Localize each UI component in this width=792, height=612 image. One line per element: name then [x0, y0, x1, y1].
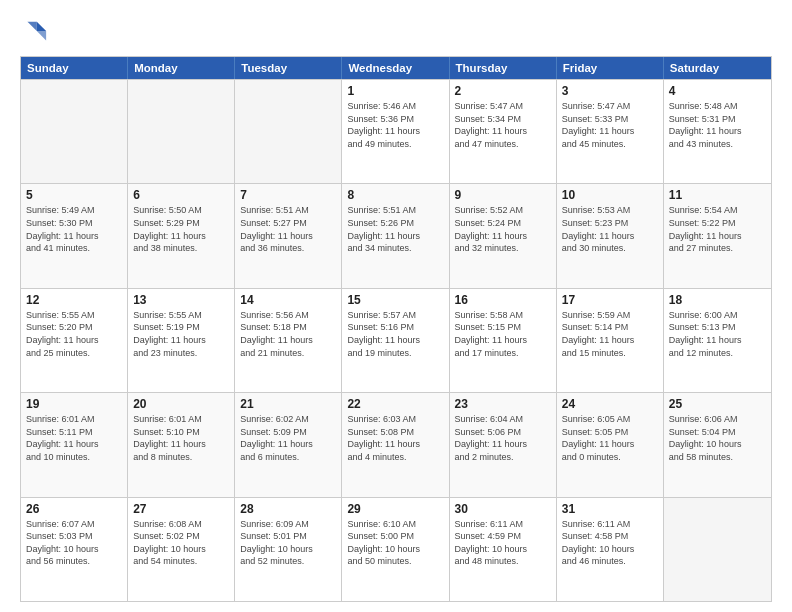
day-number: 27 [133, 502, 229, 516]
day-cell-6: 6Sunrise: 5:50 AM Sunset: 5:29 PM Daylig… [128, 184, 235, 287]
day-number: 15 [347, 293, 443, 307]
day-info: Sunrise: 6:10 AM Sunset: 5:00 PM Dayligh… [347, 518, 443, 568]
day-cell-5: 5Sunrise: 5:49 AM Sunset: 5:30 PM Daylig… [21, 184, 128, 287]
day-info: Sunrise: 5:55 AM Sunset: 5:19 PM Dayligh… [133, 309, 229, 359]
day-cell-30: 30Sunrise: 6:11 AM Sunset: 4:59 PM Dayli… [450, 498, 557, 601]
day-number: 18 [669, 293, 766, 307]
day-info: Sunrise: 5:59 AM Sunset: 5:14 PM Dayligh… [562, 309, 658, 359]
day-info: Sunrise: 6:03 AM Sunset: 5:08 PM Dayligh… [347, 413, 443, 463]
day-info: Sunrise: 6:09 AM Sunset: 5:01 PM Dayligh… [240, 518, 336, 568]
day-number: 16 [455, 293, 551, 307]
day-cell-1: 1Sunrise: 5:46 AM Sunset: 5:36 PM Daylig… [342, 80, 449, 183]
day-number: 6 [133, 188, 229, 202]
day-info: Sunrise: 6:00 AM Sunset: 5:13 PM Dayligh… [669, 309, 766, 359]
header-cell-tuesday: Tuesday [235, 57, 342, 79]
empty-cell [128, 80, 235, 183]
header [20, 18, 772, 46]
day-info: Sunrise: 6:07 AM Sunset: 5:03 PM Dayligh… [26, 518, 122, 568]
day-info: Sunrise: 5:51 AM Sunset: 5:26 PM Dayligh… [347, 204, 443, 254]
day-info: Sunrise: 5:47 AM Sunset: 5:33 PM Dayligh… [562, 100, 658, 150]
day-number: 13 [133, 293, 229, 307]
day-cell-25: 25Sunrise: 6:06 AM Sunset: 5:04 PM Dayli… [664, 393, 771, 496]
calendar-row-5: 26Sunrise: 6:07 AM Sunset: 5:03 PM Dayli… [21, 497, 771, 601]
day-info: Sunrise: 5:49 AM Sunset: 5:30 PM Dayligh… [26, 204, 122, 254]
day-cell-14: 14Sunrise: 5:56 AM Sunset: 5:18 PM Dayli… [235, 289, 342, 392]
day-cell-15: 15Sunrise: 5:57 AM Sunset: 5:16 PM Dayli… [342, 289, 449, 392]
day-number: 2 [455, 84, 551, 98]
day-number: 1 [347, 84, 443, 98]
day-number: 31 [562, 502, 658, 516]
header-cell-sunday: Sunday [21, 57, 128, 79]
day-number: 9 [455, 188, 551, 202]
day-info: Sunrise: 5:50 AM Sunset: 5:29 PM Dayligh… [133, 204, 229, 254]
day-cell-29: 29Sunrise: 6:10 AM Sunset: 5:00 PM Dayli… [342, 498, 449, 601]
calendar-header: SundayMondayTuesdayWednesdayThursdayFrid… [21, 57, 771, 79]
day-cell-22: 22Sunrise: 6:03 AM Sunset: 5:08 PM Dayli… [342, 393, 449, 496]
day-cell-28: 28Sunrise: 6:09 AM Sunset: 5:01 PM Dayli… [235, 498, 342, 601]
day-number: 20 [133, 397, 229, 411]
day-cell-3: 3Sunrise: 5:47 AM Sunset: 5:33 PM Daylig… [557, 80, 664, 183]
day-number: 21 [240, 397, 336, 411]
calendar-row-3: 12Sunrise: 5:55 AM Sunset: 5:20 PM Dayli… [21, 288, 771, 392]
day-info: Sunrise: 6:05 AM Sunset: 5:05 PM Dayligh… [562, 413, 658, 463]
day-number: 30 [455, 502, 551, 516]
day-info: Sunrise: 6:06 AM Sunset: 5:04 PM Dayligh… [669, 413, 766, 463]
day-info: Sunrise: 6:04 AM Sunset: 5:06 PM Dayligh… [455, 413, 551, 463]
calendar-row-4: 19Sunrise: 6:01 AM Sunset: 5:11 PM Dayli… [21, 392, 771, 496]
header-cell-thursday: Thursday [450, 57, 557, 79]
day-info: Sunrise: 6:08 AM Sunset: 5:02 PM Dayligh… [133, 518, 229, 568]
day-cell-10: 10Sunrise: 5:53 AM Sunset: 5:23 PM Dayli… [557, 184, 664, 287]
day-info: Sunrise: 6:01 AM Sunset: 5:11 PM Dayligh… [26, 413, 122, 463]
svg-marker-1 [37, 31, 46, 40]
calendar-row-1: 1Sunrise: 5:46 AM Sunset: 5:36 PM Daylig… [21, 79, 771, 183]
day-info: Sunrise: 6:11 AM Sunset: 4:58 PM Dayligh… [562, 518, 658, 568]
day-info: Sunrise: 5:54 AM Sunset: 5:22 PM Dayligh… [669, 204, 766, 254]
day-number: 26 [26, 502, 122, 516]
day-cell-20: 20Sunrise: 6:01 AM Sunset: 5:10 PM Dayli… [128, 393, 235, 496]
day-cell-4: 4Sunrise: 5:48 AM Sunset: 5:31 PM Daylig… [664, 80, 771, 183]
day-cell-24: 24Sunrise: 6:05 AM Sunset: 5:05 PM Dayli… [557, 393, 664, 496]
day-number: 29 [347, 502, 443, 516]
day-cell-27: 27Sunrise: 6:08 AM Sunset: 5:02 PM Dayli… [128, 498, 235, 601]
day-number: 3 [562, 84, 658, 98]
day-cell-13: 13Sunrise: 5:55 AM Sunset: 5:19 PM Dayli… [128, 289, 235, 392]
day-cell-7: 7Sunrise: 5:51 AM Sunset: 5:27 PM Daylig… [235, 184, 342, 287]
day-cell-11: 11Sunrise: 5:54 AM Sunset: 5:22 PM Dayli… [664, 184, 771, 287]
header-cell-friday: Friday [557, 57, 664, 79]
day-number: 11 [669, 188, 766, 202]
day-info: Sunrise: 6:01 AM Sunset: 5:10 PM Dayligh… [133, 413, 229, 463]
day-number: 24 [562, 397, 658, 411]
calendar-body: 1Sunrise: 5:46 AM Sunset: 5:36 PM Daylig… [21, 79, 771, 601]
day-cell-17: 17Sunrise: 5:59 AM Sunset: 5:14 PM Dayli… [557, 289, 664, 392]
day-number: 23 [455, 397, 551, 411]
empty-cell [664, 498, 771, 601]
day-number: 7 [240, 188, 336, 202]
day-cell-23: 23Sunrise: 6:04 AM Sunset: 5:06 PM Dayli… [450, 393, 557, 496]
empty-cell [235, 80, 342, 183]
day-cell-26: 26Sunrise: 6:07 AM Sunset: 5:03 PM Dayli… [21, 498, 128, 601]
day-info: Sunrise: 5:52 AM Sunset: 5:24 PM Dayligh… [455, 204, 551, 254]
day-cell-18: 18Sunrise: 6:00 AM Sunset: 5:13 PM Dayli… [664, 289, 771, 392]
day-number: 14 [240, 293, 336, 307]
day-number: 25 [669, 397, 766, 411]
header-cell-wednesday: Wednesday [342, 57, 449, 79]
day-cell-2: 2Sunrise: 5:47 AM Sunset: 5:34 PM Daylig… [450, 80, 557, 183]
day-number: 4 [669, 84, 766, 98]
logo [20, 18, 52, 46]
day-info: Sunrise: 5:56 AM Sunset: 5:18 PM Dayligh… [240, 309, 336, 359]
day-info: Sunrise: 5:55 AM Sunset: 5:20 PM Dayligh… [26, 309, 122, 359]
day-number: 8 [347, 188, 443, 202]
svg-marker-2 [27, 22, 36, 31]
day-number: 28 [240, 502, 336, 516]
day-info: Sunrise: 5:51 AM Sunset: 5:27 PM Dayligh… [240, 204, 336, 254]
logo-icon [20, 18, 48, 46]
day-cell-21: 21Sunrise: 6:02 AM Sunset: 5:09 PM Dayli… [235, 393, 342, 496]
calendar-row-2: 5Sunrise: 5:49 AM Sunset: 5:30 PM Daylig… [21, 183, 771, 287]
day-cell-16: 16Sunrise: 5:58 AM Sunset: 5:15 PM Dayli… [450, 289, 557, 392]
day-cell-8: 8Sunrise: 5:51 AM Sunset: 5:26 PM Daylig… [342, 184, 449, 287]
header-cell-monday: Monday [128, 57, 235, 79]
svg-marker-0 [37, 22, 46, 31]
day-number: 19 [26, 397, 122, 411]
day-info: Sunrise: 5:58 AM Sunset: 5:15 PM Dayligh… [455, 309, 551, 359]
day-cell-31: 31Sunrise: 6:11 AM Sunset: 4:58 PM Dayli… [557, 498, 664, 601]
